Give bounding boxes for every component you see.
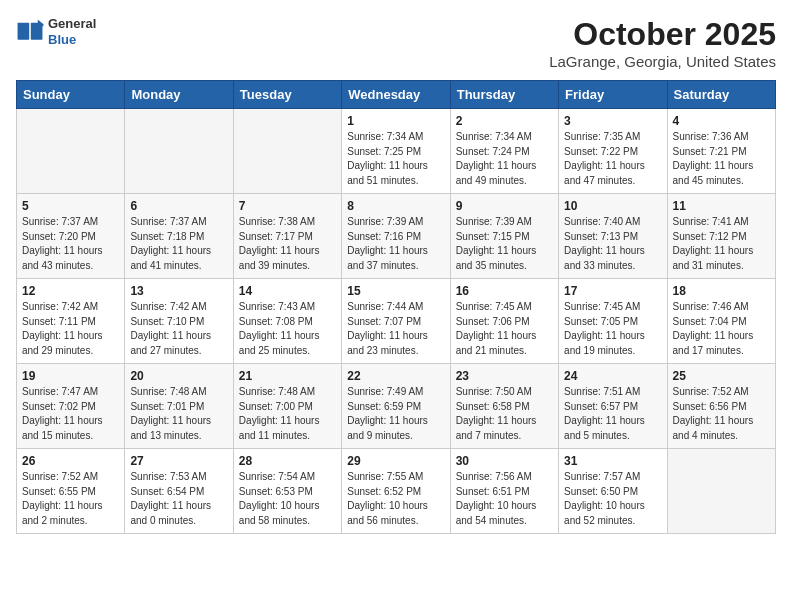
day-number: 23 [456, 369, 553, 383]
logo-general-text: General [48, 16, 96, 32]
logo: General Blue [16, 16, 96, 47]
calendar-cell: 22Sunrise: 7:49 AM Sunset: 6:59 PM Dayli… [342, 364, 450, 449]
day-number: 13 [130, 284, 227, 298]
calendar-cell: 8Sunrise: 7:39 AM Sunset: 7:16 PM Daylig… [342, 194, 450, 279]
day-number: 25 [673, 369, 770, 383]
svg-rect-1 [18, 22, 30, 39]
calendar-cell: 11Sunrise: 7:41 AM Sunset: 7:12 PM Dayli… [667, 194, 775, 279]
day-info: Sunrise: 7:37 AM Sunset: 7:20 PM Dayligh… [22, 215, 119, 273]
day-info: Sunrise: 7:35 AM Sunset: 7:22 PM Dayligh… [564, 130, 661, 188]
day-number: 26 [22, 454, 119, 468]
column-header-tuesday: Tuesday [233, 81, 341, 109]
calendar-cell: 14Sunrise: 7:43 AM Sunset: 7:08 PM Dayli… [233, 279, 341, 364]
logo-icon [16, 18, 44, 46]
day-number: 19 [22, 369, 119, 383]
week-row-5: 26Sunrise: 7:52 AM Sunset: 6:55 PM Dayli… [17, 449, 776, 534]
day-info: Sunrise: 7:55 AM Sunset: 6:52 PM Dayligh… [347, 470, 444, 528]
day-number: 27 [130, 454, 227, 468]
month-title: October 2025 [549, 16, 776, 53]
day-info: Sunrise: 7:44 AM Sunset: 7:07 PM Dayligh… [347, 300, 444, 358]
day-number: 30 [456, 454, 553, 468]
day-number: 28 [239, 454, 336, 468]
day-info: Sunrise: 7:40 AM Sunset: 7:13 PM Dayligh… [564, 215, 661, 273]
column-header-thursday: Thursday [450, 81, 558, 109]
calendar-cell: 27Sunrise: 7:53 AM Sunset: 6:54 PM Dayli… [125, 449, 233, 534]
calendar-cell: 24Sunrise: 7:51 AM Sunset: 6:57 PM Dayli… [559, 364, 667, 449]
day-number: 18 [673, 284, 770, 298]
page-header: General Blue October 2025 LaGrange, Geor… [16, 16, 776, 70]
column-header-saturday: Saturday [667, 81, 775, 109]
calendar-table: SundayMondayTuesdayWednesdayThursdayFrid… [16, 80, 776, 534]
calendar-cell: 7Sunrise: 7:38 AM Sunset: 7:17 PM Daylig… [233, 194, 341, 279]
day-info: Sunrise: 7:48 AM Sunset: 7:00 PM Dayligh… [239, 385, 336, 443]
day-info: Sunrise: 7:43 AM Sunset: 7:08 PM Dayligh… [239, 300, 336, 358]
day-info: Sunrise: 7:34 AM Sunset: 7:24 PM Dayligh… [456, 130, 553, 188]
column-header-monday: Monday [125, 81, 233, 109]
week-row-3: 12Sunrise: 7:42 AM Sunset: 7:11 PM Dayli… [17, 279, 776, 364]
day-info: Sunrise: 7:56 AM Sunset: 6:51 PM Dayligh… [456, 470, 553, 528]
calendar-cell: 26Sunrise: 7:52 AM Sunset: 6:55 PM Dayli… [17, 449, 125, 534]
day-info: Sunrise: 7:53 AM Sunset: 6:54 PM Dayligh… [130, 470, 227, 528]
day-number: 31 [564, 454, 661, 468]
day-info: Sunrise: 7:38 AM Sunset: 7:17 PM Dayligh… [239, 215, 336, 273]
calendar-cell: 25Sunrise: 7:52 AM Sunset: 6:56 PM Dayli… [667, 364, 775, 449]
day-info: Sunrise: 7:50 AM Sunset: 6:58 PM Dayligh… [456, 385, 553, 443]
calendar-cell: 15Sunrise: 7:44 AM Sunset: 7:07 PM Dayli… [342, 279, 450, 364]
week-row-1: 1Sunrise: 7:34 AM Sunset: 7:25 PM Daylig… [17, 109, 776, 194]
calendar-cell: 10Sunrise: 7:40 AM Sunset: 7:13 PM Dayli… [559, 194, 667, 279]
day-number: 16 [456, 284, 553, 298]
day-number: 20 [130, 369, 227, 383]
day-number: 7 [239, 199, 336, 213]
column-header-friday: Friday [559, 81, 667, 109]
day-info: Sunrise: 7:42 AM Sunset: 7:10 PM Dayligh… [130, 300, 227, 358]
day-number: 21 [239, 369, 336, 383]
location-title: LaGrange, Georgia, United States [549, 53, 776, 70]
calendar-cell: 23Sunrise: 7:50 AM Sunset: 6:58 PM Dayli… [450, 364, 558, 449]
day-info: Sunrise: 7:48 AM Sunset: 7:01 PM Dayligh… [130, 385, 227, 443]
week-row-2: 5Sunrise: 7:37 AM Sunset: 7:20 PM Daylig… [17, 194, 776, 279]
calendar-cell: 13Sunrise: 7:42 AM Sunset: 7:10 PM Dayli… [125, 279, 233, 364]
day-number: 17 [564, 284, 661, 298]
calendar-cell: 17Sunrise: 7:45 AM Sunset: 7:05 PM Dayli… [559, 279, 667, 364]
day-number: 14 [239, 284, 336, 298]
day-number: 8 [347, 199, 444, 213]
calendar-cell: 20Sunrise: 7:48 AM Sunset: 7:01 PM Dayli… [125, 364, 233, 449]
day-number: 22 [347, 369, 444, 383]
calendar-cell [125, 109, 233, 194]
calendar-cell: 16Sunrise: 7:45 AM Sunset: 7:06 PM Dayli… [450, 279, 558, 364]
day-info: Sunrise: 7:47 AM Sunset: 7:02 PM Dayligh… [22, 385, 119, 443]
day-info: Sunrise: 7:57 AM Sunset: 6:50 PM Dayligh… [564, 470, 661, 528]
day-number: 11 [673, 199, 770, 213]
day-info: Sunrise: 7:52 AM Sunset: 6:55 PM Dayligh… [22, 470, 119, 528]
calendar-cell: 4Sunrise: 7:36 AM Sunset: 7:21 PM Daylig… [667, 109, 775, 194]
day-number: 4 [673, 114, 770, 128]
day-info: Sunrise: 7:39 AM Sunset: 7:16 PM Dayligh… [347, 215, 444, 273]
day-info: Sunrise: 7:41 AM Sunset: 7:12 PM Dayligh… [673, 215, 770, 273]
day-number: 2 [456, 114, 553, 128]
calendar-cell: 5Sunrise: 7:37 AM Sunset: 7:20 PM Daylig… [17, 194, 125, 279]
day-number: 5 [22, 199, 119, 213]
day-number: 1 [347, 114, 444, 128]
day-number: 3 [564, 114, 661, 128]
day-info: Sunrise: 7:45 AM Sunset: 7:06 PM Dayligh… [456, 300, 553, 358]
calendar-cell [17, 109, 125, 194]
calendar-cell [667, 449, 775, 534]
calendar-cell: 28Sunrise: 7:54 AM Sunset: 6:53 PM Dayli… [233, 449, 341, 534]
logo-blue-text: Blue [48, 32, 96, 48]
day-info: Sunrise: 7:49 AM Sunset: 6:59 PM Dayligh… [347, 385, 444, 443]
day-number: 15 [347, 284, 444, 298]
day-number: 29 [347, 454, 444, 468]
day-info: Sunrise: 7:45 AM Sunset: 7:05 PM Dayligh… [564, 300, 661, 358]
day-info: Sunrise: 7:37 AM Sunset: 7:18 PM Dayligh… [130, 215, 227, 273]
day-info: Sunrise: 7:39 AM Sunset: 7:15 PM Dayligh… [456, 215, 553, 273]
calendar-cell: 6Sunrise: 7:37 AM Sunset: 7:18 PM Daylig… [125, 194, 233, 279]
column-header-wednesday: Wednesday [342, 81, 450, 109]
day-number: 9 [456, 199, 553, 213]
day-number: 6 [130, 199, 227, 213]
title-section: October 2025 LaGrange, Georgia, United S… [549, 16, 776, 70]
calendar-cell: 30Sunrise: 7:56 AM Sunset: 6:51 PM Dayli… [450, 449, 558, 534]
calendar-cell: 9Sunrise: 7:39 AM Sunset: 7:15 PM Daylig… [450, 194, 558, 279]
day-info: Sunrise: 7:51 AM Sunset: 6:57 PM Dayligh… [564, 385, 661, 443]
day-number: 10 [564, 199, 661, 213]
column-header-sunday: Sunday [17, 81, 125, 109]
